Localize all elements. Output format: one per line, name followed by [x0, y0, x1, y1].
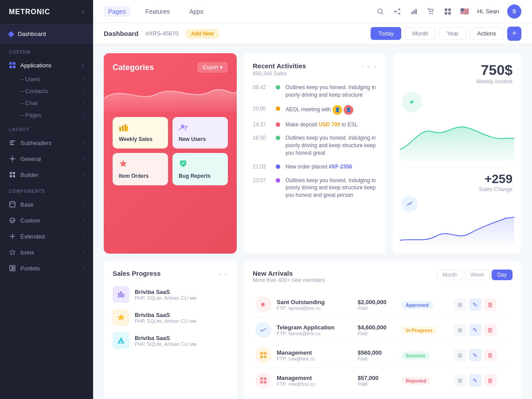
sidebar-item-base[interactable]: Base ›	[0, 196, 93, 212]
edit-icon-3[interactable]: ✎	[469, 349, 481, 361]
base-icon	[9, 201, 16, 208]
delete-icon-2[interactable]: 🗑	[484, 324, 497, 336]
copy-icon-2[interactable]: ⊞	[454, 324, 466, 336]
sidebar-sub-users[interactable]: – Users ›	[0, 73, 93, 85]
categories-card: Categories Export ▾	[104, 53, 237, 254]
tile-bug-reports[interactable]: Bug Reports	[172, 153, 228, 185]
actions-button[interactable]: Actions	[469, 27, 504, 40]
export-button[interactable]: Export ▾	[197, 62, 228, 73]
svg-rect-41	[118, 293, 120, 297]
delete-icon-4[interactable]: 🗑	[484, 374, 497, 387]
tile-item-orders[interactable]: Item Orders	[113, 153, 168, 185]
flag-icon[interactable]: 🇺🇸	[460, 7, 469, 16]
copy-icon-3[interactable]: ⊞	[454, 349, 466, 361]
activity-item: 23:07 Outlines keep you honest. Indulgin…	[253, 177, 377, 199]
sidebar-item-builder[interactable]: Builder ›	[0, 167, 93, 183]
sidebar-item-applications[interactable]: Applications ∨	[0, 57, 93, 73]
share-icon[interactable]	[393, 7, 402, 16]
row-1: Categories Export ▾	[104, 53, 521, 254]
activities-title-group: Recent Activities 890,344 Sales	[253, 62, 306, 77]
copy-icon[interactable]: ⊞	[454, 298, 466, 311]
cart-icon[interactable]	[426, 7, 435, 16]
contacts-chevron-icon: ›	[83, 89, 84, 94]
copy-icon-4[interactable]: ⊞	[454, 374, 466, 387]
builder-chevron-icon: ›	[83, 172, 84, 177]
sales-progress-card: Sales Progress · · Briviba	[104, 261, 237, 399]
table-row: Sant Outstanding FTP: bprow@bnc.cc $2,00…	[253, 292, 512, 317]
sidebar-sub-pages[interactable]: – Pages ›	[0, 109, 93, 121]
pages-chevron-icon: ›	[83, 113, 84, 117]
amount-telegram: $4,600,000	[358, 324, 396, 331]
app-ftp-telegram: FTP: bprow@bnc.cc	[277, 331, 352, 336]
period-year-button[interactable]: Year	[439, 27, 466, 40]
period-today-button[interactable]: Today	[371, 27, 401, 40]
sales-item: Briviba SaaS PHP, SQLite, Artisan CLI мм	[113, 286, 228, 303]
sales-info-1: Briviba SaaS PHP, SQLite, Artisan CLI мм	[135, 289, 228, 301]
tab-day[interactable]: Day	[492, 270, 512, 280]
sales-desc-1: PHP, SQLite, Artisan CLI мм	[135, 295, 228, 301]
sidebar-item-portlets[interactable]: Portlets ›	[0, 260, 93, 276]
custom-chevron-icon: ›	[83, 218, 84, 223]
breadcrumb-ref: #XRS-45670	[145, 30, 178, 37]
sidebar-sub-chat[interactable]: – Chat ›	[0, 97, 93, 109]
edit-icon-4[interactable]: ✎	[469, 374, 481, 387]
sidebar-item-icons[interactable]: Icons ›	[0, 244, 93, 260]
tile-weekly-sales[interactable]: Weekly Sales	[113, 117, 168, 149]
svg-rect-33	[122, 125, 124, 131]
sidebar-item-custom[interactable]: Custom ›	[0, 212, 93, 228]
sidebar-item-subheaders[interactable]: Subheaders ›	[0, 135, 93, 151]
activity-time: 21:03	[253, 164, 270, 170]
svg-point-27	[432, 13, 433, 14]
add-icon-button[interactable]: +	[507, 27, 521, 41]
user-greeting: Hi, Sean	[477, 8, 499, 15]
period-month-button[interactable]: Month	[405, 27, 436, 40]
app-ftp-mgmt1: FTP: row@bnc.cc	[277, 356, 352, 361]
tab-features[interactable]: Features	[141, 6, 174, 17]
user-avatar[interactable]: S	[507, 4, 521, 19]
svg-rect-8	[10, 172, 12, 174]
svg-rect-9	[13, 172, 15, 174]
activities-menu[interactable]: · · ·	[361, 62, 377, 71]
sidebar-item-general[interactable]: General ›	[0, 151, 93, 167]
tile-new-users[interactable]: New Users	[172, 117, 228, 149]
add-new-button[interactable]: Add New	[186, 29, 219, 39]
sidebar-collapse-icon[interactable]: ‹	[82, 8, 84, 16]
search-icon[interactable]	[376, 7, 385, 16]
activity-dot	[276, 85, 280, 90]
svg-rect-31	[448, 12, 451, 15]
income-chart	[400, 118, 514, 163]
svg-rect-34	[125, 124, 126, 131]
delete-icon-3[interactable]: 🗑	[484, 349, 497, 361]
svg-point-7	[12, 158, 14, 160]
sales-progress-title: Sales Progress	[113, 270, 160, 277]
applications-chevron-icon: ∨	[81, 63, 84, 68]
activity-dot	[276, 122, 280, 127]
grid-icon[interactable]	[443, 7, 452, 16]
tab-week[interactable]: Week	[465, 270, 489, 280]
sales-item: Briviba SaaS PHP, SQLite, Artisan CLI мм	[113, 309, 228, 326]
action-icons-sant: ⊞ ✎ 🗑	[454, 298, 510, 311]
tab-apps[interactable]: Apps	[185, 6, 208, 17]
sales-menu[interactable]: · ·	[219, 270, 228, 279]
sidebar-dashboard-item[interactable]: Dashboard	[0, 24, 93, 43]
extended-icon	[9, 233, 16, 240]
svg-rect-3	[13, 66, 16, 68]
svg-point-26	[430, 13, 431, 14]
activity-dot	[276, 136, 280, 140]
tab-month[interactable]: Month	[437, 270, 463, 280]
sidebar-item-extended[interactable]: Extended ›	[0, 228, 93, 244]
tab-pages[interactable]: Pages	[104, 6, 130, 17]
table-row: Telegram Application FTP: bprow@bnc.cc $…	[253, 317, 512, 343]
chart-icon[interactable]	[410, 7, 419, 16]
edit-icon-2[interactable]: ✎	[469, 324, 481, 336]
sidebar-sub-contacts[interactable]: – Contacts ›	[0, 85, 93, 97]
delete-icon[interactable]: 🗑	[484, 298, 497, 311]
subheader-left: Dashboard #XRS-45670 Add New	[104, 29, 219, 39]
svg-rect-23	[411, 12, 413, 14]
users-chevron-icon: ›	[83, 77, 84, 82]
edit-icon[interactable]: ✎	[469, 298, 481, 311]
subheaders-label: Subheaders	[20, 140, 51, 146]
arrivals-title: New Arrivals	[253, 270, 325, 277]
svg-rect-25	[415, 9, 417, 14]
item-orders-icon	[119, 159, 162, 170]
